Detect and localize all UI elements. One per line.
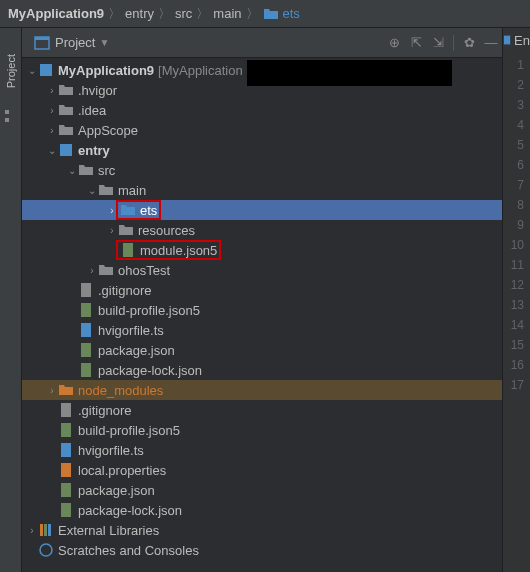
tree-item-resources[interactable]: › resources	[22, 220, 502, 240]
tree-item-entry[interactable]: ⌄ entry	[22, 140, 502, 160]
file-icon	[58, 402, 74, 418]
item-label: main	[118, 183, 146, 198]
svg-rect-1	[5, 118, 9, 122]
library-icon	[38, 522, 54, 538]
line-number: 14	[503, 318, 530, 338]
svg-rect-0	[5, 110, 9, 114]
json-file-icon	[58, 482, 74, 498]
line-number: 16	[503, 358, 530, 378]
tree-item-appscope[interactable]: › AppScope	[22, 120, 502, 140]
tree-item-main[interactable]: ⌄ main	[22, 180, 502, 200]
expander-icon[interactable]: ›	[86, 265, 98, 276]
expander-icon[interactable]: ⌄	[66, 165, 78, 176]
ts-file-icon	[78, 322, 94, 338]
hide-icon[interactable]: —	[480, 32, 502, 54]
expander-icon[interactable]: ›	[46, 125, 58, 136]
breadcrumb-src[interactable]: src	[175, 6, 192, 21]
expander-icon[interactable]: ⌄	[86, 185, 98, 196]
main-area: Project Project ▼ ⊕ ⇱ ⇲ ✿ — ⌄	[0, 28, 530, 572]
svg-rect-15	[61, 463, 71, 477]
folder-icon	[58, 122, 74, 138]
expander-icon[interactable]: ›	[26, 525, 38, 536]
json-file-icon	[58, 422, 74, 438]
breadcrumb-root[interactable]: MyApplication9	[8, 6, 104, 21]
module-icon	[38, 62, 54, 78]
tree-item-ets[interactable]: › ets	[22, 200, 502, 220]
expand-all-icon[interactable]: ⇱	[405, 32, 427, 54]
tree-item-packagelock[interactable]: package-lock.json	[22, 360, 502, 380]
json-file-icon	[78, 342, 94, 358]
tree-item-buildprofile[interactable]: build-profile.json5	[22, 300, 502, 320]
tree-item-hvigorfile[interactable]: hvigorfile.ts	[22, 320, 502, 340]
line-number: 10	[503, 238, 530, 258]
json-file-icon	[78, 302, 94, 318]
expander-icon[interactable]: ⌄	[26, 65, 38, 76]
chevron-right-icon: 〉	[246, 5, 259, 23]
tree-item-gitignore[interactable]: .gitignore	[22, 280, 502, 300]
tree-item-modulejson[interactable]: module.json5	[22, 240, 502, 260]
line-number: 17	[503, 378, 530, 398]
folder-icon	[98, 262, 114, 278]
chevron-right-icon: 〉	[158, 5, 171, 23]
separator	[453, 35, 454, 51]
collapse-all-icon[interactable]: ⇲	[427, 32, 449, 54]
tree-item-hvigorfile2[interactable]: hvigorfile.ts	[22, 440, 502, 460]
structure-icon[interactable]	[3, 108, 19, 124]
project-view-label: Project	[55, 35, 95, 50]
tree-item-nodemodules[interactable]: › node_modules	[22, 380, 502, 400]
svg-rect-16	[61, 483, 71, 497]
highlight-box: ets	[116, 200, 161, 220]
project-tab-label[interactable]: Project	[5, 54, 17, 88]
folder-icon	[120, 202, 136, 218]
tree-item-buildprofile2[interactable]: build-profile.json5	[22, 420, 502, 440]
tree-item-gitignore2[interactable]: .gitignore	[22, 400, 502, 420]
folder-icon	[98, 182, 114, 198]
settings-icon[interactable]: ✿	[458, 32, 480, 54]
tree-item-ohostest[interactable]: › ohosTest	[22, 260, 502, 280]
line-number: 7	[503, 178, 530, 198]
item-label: Scratches and Consoles	[58, 543, 199, 558]
tree-item-src[interactable]: ⌄ src	[22, 160, 502, 180]
tree-item-idea[interactable]: › .idea	[22, 100, 502, 120]
breadcrumb-main[interactable]: main	[213, 6, 241, 21]
chevron-right-icon: 〉	[196, 5, 209, 23]
expander-icon[interactable]: ›	[46, 385, 58, 396]
breadcrumb-entry[interactable]: entry	[125, 6, 154, 21]
scratches-icon	[38, 542, 54, 558]
svg-rect-19	[44, 524, 47, 536]
ts-file-icon	[502, 34, 512, 46]
select-opened-file-icon[interactable]: ⊕	[383, 32, 405, 54]
left-tool-bar: Project	[0, 28, 22, 572]
root-label: MyApplication9	[58, 63, 154, 78]
expander-icon[interactable]: ›	[46, 85, 58, 96]
editor-tab[interactable]: En	[502, 30, 530, 50]
project-tree[interactable]: ⌄ MyApplication9 [MyApplication › .hvigo…	[22, 58, 502, 572]
line-number: 1	[503, 58, 530, 78]
expander-icon[interactable]: ›	[46, 105, 58, 116]
svg-rect-7	[81, 283, 91, 297]
svg-rect-10	[81, 343, 91, 357]
line-number: 4	[503, 118, 530, 138]
svg-rect-8	[81, 303, 91, 317]
svg-rect-11	[81, 363, 91, 377]
module-icon	[58, 142, 74, 158]
expander-icon[interactable]: ⌄	[46, 145, 58, 156]
expander-icon[interactable]: ›	[106, 225, 118, 236]
tree-item-packagejson2[interactable]: package.json	[22, 480, 502, 500]
tree-item-localprops[interactable]: local.properties	[22, 460, 502, 480]
svg-rect-6	[123, 243, 133, 257]
folder-icon	[58, 82, 74, 98]
project-view-selector[interactable]: Project ▼	[28, 35, 115, 51]
tree-item-scratches[interactable]: Scratches and Consoles	[22, 540, 502, 560]
chevron-right-icon: 〉	[108, 5, 121, 23]
folder-icon	[78, 162, 94, 178]
line-number: 13	[503, 298, 530, 318]
tree-item-packagejson[interactable]: package.json	[22, 340, 502, 360]
tree-item-packagelock2[interactable]: package-lock.json	[22, 500, 502, 520]
svg-point-21	[40, 544, 52, 556]
breadcrumb-ets[interactable]: ets	[283, 6, 300, 21]
tab-label: En	[514, 33, 530, 48]
root-suffix: [MyApplication	[158, 63, 243, 78]
json-file-icon	[78, 362, 94, 378]
tree-item-extlib[interactable]: › External Libraries	[22, 520, 502, 540]
